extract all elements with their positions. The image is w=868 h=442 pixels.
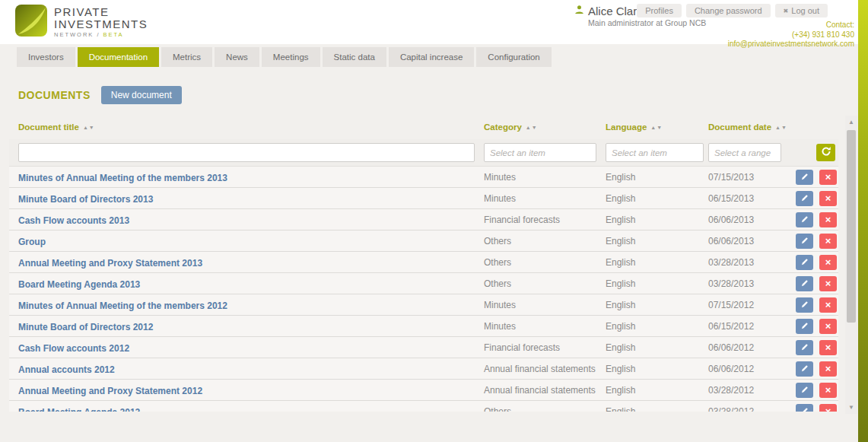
delete-x-icon: × xyxy=(825,278,831,288)
delete-x-icon: × xyxy=(825,364,831,374)
delete-button[interactable]: × xyxy=(819,191,837,206)
sort-icons[interactable]: ▲▼ xyxy=(775,125,787,130)
edit-button[interactable] xyxy=(796,191,813,206)
edit-button[interactable] xyxy=(796,319,813,334)
pencil-icon xyxy=(801,405,809,412)
scroll-thumb[interactable] xyxy=(847,130,856,323)
table-row: Minute Board of Directors 2013 Minutes E… xyxy=(9,188,838,209)
edit-button[interactable] xyxy=(796,170,813,185)
sort-icons[interactable]: ▲▼ xyxy=(83,125,95,130)
edit-button[interactable] xyxy=(796,383,813,398)
refresh-button[interactable] xyxy=(816,144,835,161)
document-title-link[interactable]: Minute Board of Directors 2012 xyxy=(18,322,153,332)
accent-strip xyxy=(858,0,868,442)
title-filter-input[interactable] xyxy=(18,143,475,162)
delete-button[interactable]: × xyxy=(819,234,837,249)
language-cell: English xyxy=(606,385,708,396)
brand: PRIVATE INVESTMENTS NETWORK / BETA xyxy=(15,5,148,40)
edit-button[interactable] xyxy=(796,212,813,227)
table-row: Cash Flow accounts 2012 Financial foreca… xyxy=(9,337,838,358)
vertical-scrollbar[interactable]: ▲ ▼ xyxy=(845,116,857,414)
filter-row xyxy=(9,139,838,167)
document-title-link[interactable]: Minutes of Annual Meeting of the members… xyxy=(18,300,227,311)
category-cell: Minutes xyxy=(484,321,606,332)
pencil-icon xyxy=(801,278,809,289)
tab-configuration[interactable]: Configuration xyxy=(476,47,551,67)
delete-button[interactable]: × xyxy=(819,404,837,412)
delete-button[interactable]: × xyxy=(819,212,837,227)
document-title-link[interactable]: Minute Board of Directors 2013 xyxy=(18,194,153,205)
date-filter-input[interactable] xyxy=(708,143,781,162)
delete-button[interactable]: × xyxy=(819,361,837,377)
tab-meetings[interactable]: Meetings xyxy=(262,47,320,67)
delete-button[interactable]: × xyxy=(819,383,837,398)
date-cell: 06/06/2012 xyxy=(708,342,790,353)
edit-button[interactable] xyxy=(796,297,813,313)
edit-button[interactable] xyxy=(796,404,813,412)
document-title-link[interactable]: Annual accounts 2012 xyxy=(18,364,115,375)
tab-capital-increase[interactable]: Capital increase xyxy=(389,47,474,67)
table-row: Annual Meeting and Proxy Statement 2013 … xyxy=(9,252,838,273)
logo-mark-icon xyxy=(15,5,47,40)
delete-button[interactable]: × xyxy=(819,276,837,291)
date-cell: 06/15/2012 xyxy=(708,321,790,332)
document-title-link[interactable]: Annual Meeting and Proxy Statement 2012 xyxy=(18,386,202,396)
edit-button[interactable] xyxy=(796,234,813,249)
document-title-link[interactable]: Minutes of Annual Meeting of the members… xyxy=(18,173,227,183)
tab-news[interactable]: News xyxy=(215,47,259,67)
document-title-link[interactable]: Cash Flow accounts 2013 xyxy=(18,215,129,226)
scroll-up-icon[interactable]: ▲ xyxy=(848,116,854,129)
pencil-icon xyxy=(801,171,809,183)
table-row: Annual Meeting and Proxy Statement 2012 … xyxy=(9,380,838,401)
document-title-link[interactable]: Board Meeting Agenda 2013 xyxy=(18,279,140,290)
category-cell: Minutes xyxy=(484,300,606,310)
logout-button[interactable]: ✖Log out xyxy=(775,4,828,17)
col-header-category[interactable]: Category▲▼ xyxy=(484,122,606,132)
delete-button[interactable]: × xyxy=(819,170,837,185)
edit-button[interactable] xyxy=(796,276,813,291)
pencil-icon xyxy=(801,192,809,204)
delete-button[interactable]: × xyxy=(819,319,837,334)
col-header-language[interactable]: Language▲▼ xyxy=(606,122,708,132)
col-header-document-title[interactable]: Document title▲▼ xyxy=(18,122,484,132)
date-cell: 06/06/2012 xyxy=(708,364,790,374)
document-title-link[interactable]: Group xyxy=(18,237,46,247)
top-header: PRIVATE INVESTMENTS NETWORK / BETA Alice… xyxy=(0,0,868,44)
tab-metrics[interactable]: Metrics xyxy=(161,47,212,67)
edit-button[interactable] xyxy=(796,361,813,377)
scroll-down-icon[interactable]: ▼ xyxy=(848,401,854,414)
new-document-button[interactable]: New document xyxy=(101,86,182,104)
sort-icons[interactable]: ▲▼ xyxy=(650,125,663,130)
delete-x-icon: × xyxy=(825,236,831,246)
delete-button[interactable]: × xyxy=(819,340,837,355)
col-header-document-date[interactable]: Document date▲▼ xyxy=(708,122,790,132)
date-cell: 06/15/2013 xyxy=(708,193,790,204)
profiles-button[interactable]: Profiles xyxy=(637,4,682,17)
delete-button[interactable]: × xyxy=(819,255,837,270)
language-cell: English xyxy=(606,257,708,268)
tab-documentation[interactable]: Documentation xyxy=(78,47,159,67)
language-cell: English xyxy=(606,278,708,289)
user-icon xyxy=(574,4,584,17)
date-cell: 07/15/2013 xyxy=(708,172,790,183)
document-title-link[interactable]: Board Meeting Agenda 2012 xyxy=(18,407,140,412)
edit-button[interactable] xyxy=(796,340,813,355)
category-filter-input[interactable] xyxy=(484,143,596,162)
brand-name-line1: PRIVATE xyxy=(54,6,148,18)
tab-static-data[interactable]: Static data xyxy=(323,47,386,67)
sort-icons[interactable]: ▲▼ xyxy=(526,125,538,130)
language-cell: English xyxy=(606,364,708,374)
change-password-button[interactable]: Change password xyxy=(686,4,771,17)
category-cell: Financial forecasts xyxy=(484,342,606,353)
edit-button[interactable] xyxy=(796,255,813,270)
language-cell: English xyxy=(606,215,708,225)
document-title-link[interactable]: Cash Flow accounts 2012 xyxy=(18,343,129,354)
delete-x-icon: × xyxy=(825,321,831,331)
scroll-track[interactable] xyxy=(847,129,856,401)
tab-investors[interactable]: Investors xyxy=(17,47,75,67)
language-filter-input[interactable] xyxy=(606,143,704,162)
document-title-link[interactable]: Annual Meeting and Proxy Statement 2013 xyxy=(18,258,202,269)
pencil-icon xyxy=(801,214,809,225)
pencil-icon xyxy=(801,342,809,353)
delete-button[interactable]: × xyxy=(819,297,837,313)
